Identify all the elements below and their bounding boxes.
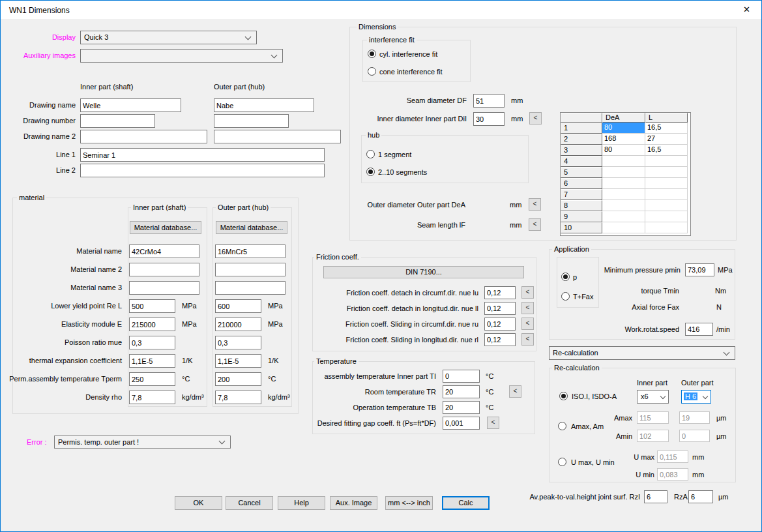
material-name3-inner-input[interactable]	[129, 281, 199, 295]
friction-detach-circumf-arrow-button[interactable]: <	[521, 286, 534, 299]
friction-sliding-longitud-input[interactable]	[484, 333, 516, 346]
display-dropdown[interactable]: Quick 3	[80, 31, 257, 44]
yield-point-outer-input[interactable]	[215, 299, 261, 313]
ok-button[interactable]: OK	[175, 496, 222, 510]
inner-diameter-arrow-button[interactable]: <	[529, 112, 542, 125]
table-cell-l-4[interactable]	[645, 156, 688, 167]
application-p-label[interactable]: p	[573, 273, 577, 282]
table-cell-dea-6[interactable]	[602, 178, 645, 189]
drawing-number-inner-input[interactable]	[80, 114, 155, 128]
amax-outer-input[interactable]	[679, 411, 710, 424]
help-button[interactable]: Help	[278, 496, 325, 510]
assembly-temp-input[interactable]	[443, 370, 480, 383]
density-outer-input[interactable]	[215, 391, 261, 404]
material-name-inner-input[interactable]	[129, 244, 199, 258]
perm-temp-inner-input[interactable]	[129, 372, 175, 386]
close-icon[interactable]: ✕	[732, 1, 761, 19]
table-cell-dea-3[interactable]: 80	[602, 145, 645, 156]
drawing-name2-inner-input[interactable]	[80, 130, 207, 143]
drawing-name2-outer-input[interactable]	[214, 130, 341, 143]
cyl-interference-fit-radio[interactable]	[368, 50, 376, 58]
rza-input[interactable]	[688, 490, 713, 503]
mm-inch-button[interactable]: mm <--> inch	[385, 496, 433, 510]
line2-input[interactable]	[80, 164, 325, 177]
cancel-button[interactable]: Cancel	[226, 496, 273, 510]
thermal-expansion-inner-input[interactable]	[129, 354, 175, 368]
yield-point-inner-input[interactable]	[129, 299, 175, 313]
perm-temp-outer-input[interactable]	[215, 372, 261, 386]
umax-umin-radio[interactable]	[558, 458, 566, 466]
hub-2-10-segments-label[interactable]: 2..10 segments	[378, 168, 427, 177]
material-database-inner-button[interactable]: Material database...	[130, 221, 201, 234]
operation-temp-input[interactable]	[443, 401, 480, 414]
outer-fit-dropdown[interactable]: H 6	[681, 390, 711, 404]
table-rownum-5[interactable]: 5	[561, 167, 602, 178]
amin-outer-input[interactable]	[679, 430, 710, 442]
table-cell-l-7[interactable]	[645, 189, 688, 200]
aux-image-button[interactable]: Aux. Image	[330, 496, 377, 510]
table-rownum-6[interactable]: 6	[561, 178, 602, 189]
umax-input[interactable]	[657, 451, 688, 463]
error-dropdown[interactable]: Permis. temp. outer part !	[54, 436, 231, 449]
drawing-name-inner-input[interactable]	[80, 98, 181, 112]
table-rownum-1[interactable]: 1	[561, 123, 602, 134]
table-rownum-2[interactable]: 2	[561, 134, 602, 145]
hub-2-10-segments-radio[interactable]	[366, 168, 375, 176]
inner-diameter-input[interactable]	[473, 112, 505, 126]
umax-umin-radio-label[interactable]: U max, U min	[571, 458, 615, 467]
table-rownum-3[interactable]: 3	[561, 145, 602, 156]
table-rownum-9[interactable]: 9	[561, 211, 602, 222]
umin-input[interactable]	[657, 468, 688, 480]
aux-images-dropdown[interactable]	[80, 49, 283, 63]
seam-diameter-input[interactable]	[473, 94, 505, 108]
material-database-outer-button[interactable]: Material database...	[216, 221, 287, 234]
table-rownum-4[interactable]: 4	[561, 156, 602, 167]
din-7190-button[interactable]: DIN 7190...	[323, 266, 524, 278]
table-cell-dea-1[interactable]: 80	[602, 123, 645, 134]
outer-diameter-arrow-button[interactable]: <	[529, 198, 541, 211]
table-cell-l-1[interactable]: 16,5	[645, 123, 688, 134]
line1-input[interactable]	[80, 148, 325, 162]
application-tfax-label[interactable]: T+Fax	[573, 293, 593, 301]
recalculation-dropdown[interactable]: Re-calculation	[549, 346, 735, 360]
material-name2-inner-input[interactable]	[129, 263, 199, 276]
friction-sliding-circumf-arrow-button[interactable]: <	[521, 318, 534, 330]
iso-radio[interactable]	[559, 392, 568, 400]
cone-interference-fit-label[interactable]: cone interference fit	[379, 68, 443, 76]
drawing-name-outer-input[interactable]	[214, 98, 314, 112]
hub-1-segment-radio[interactable]	[366, 150, 375, 158]
amin-inner-input[interactable]	[637, 430, 669, 442]
room-temp-input[interactable]	[443, 385, 480, 398]
material-name-outer-input[interactable]	[215, 244, 286, 258]
table-cell-l-6[interactable]	[645, 178, 688, 189]
rotat-speed-input[interactable]	[685, 323, 713, 336]
poisson-outer-input[interactable]	[215, 336, 261, 349]
table-rownum-8[interactable]: 8	[561, 200, 602, 211]
table-cell-dea-2[interactable]: 168	[602, 134, 645, 145]
table-cell-dea-8[interactable]	[602, 200, 645, 211]
application-tfax-radio[interactable]	[561, 292, 570, 301]
thermal-expansion-outer-input[interactable]	[215, 354, 261, 368]
table-cell-dea-7[interactable]	[602, 189, 645, 200]
friction-detach-longitud-input[interactable]	[484, 302, 516, 315]
hub-1-segment-label[interactable]: 1 segment	[378, 151, 411, 159]
table-cell-l-8[interactable]	[645, 200, 688, 211]
amax-inner-input[interactable]	[637, 411, 669, 424]
elasticity-outer-input[interactable]	[215, 318, 261, 331]
amax-amin-radio[interactable]	[558, 422, 566, 430]
material-name2-outer-input[interactable]	[215, 263, 286, 276]
rzi-input[interactable]	[644, 490, 667, 503]
cone-interference-fit-radio[interactable]	[368, 67, 376, 76]
min-pressure-input[interactable]	[685, 263, 714, 276]
fitting-gap-input[interactable]	[443, 417, 480, 430]
friction-sliding-longitud-arrow-button[interactable]: <	[521, 333, 534, 346]
friction-sliding-circumf-input[interactable]	[484, 318, 516, 331]
table-rownum-7[interactable]: 7	[561, 189, 602, 200]
table-cell-dea-9[interactable]	[602, 211, 645, 222]
table-cell-l-2[interactable]: 27	[645, 134, 688, 145]
room-temp-arrow-button[interactable]: <	[509, 385, 521, 398]
table-cell-dea-5[interactable]	[602, 167, 645, 178]
calc-button[interactable]: Calc	[442, 496, 490, 510]
fitting-gap-arrow-button[interactable]: <	[487, 417, 499, 429]
elasticity-inner-input[interactable]	[129, 318, 175, 331]
